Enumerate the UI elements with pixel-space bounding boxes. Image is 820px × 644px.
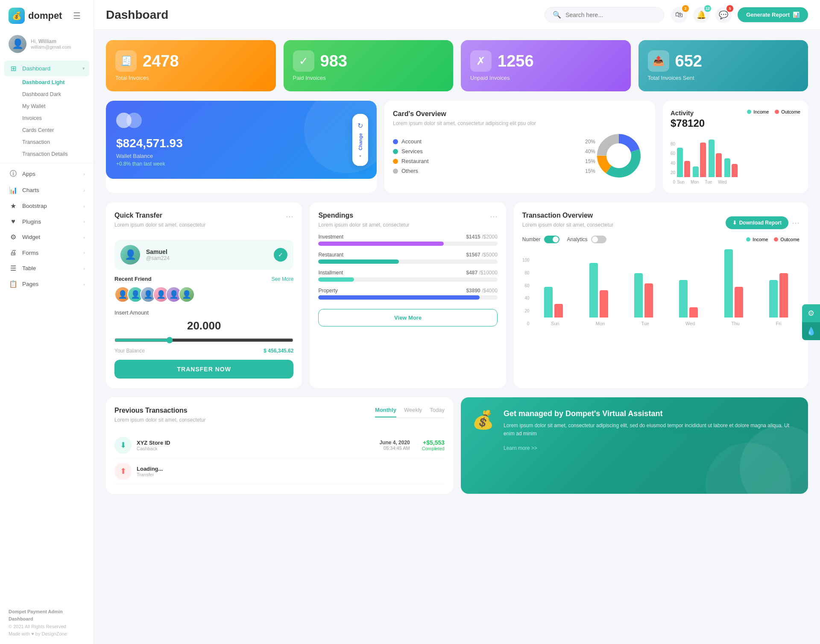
tx-outcome-dot — [774, 237, 778, 242]
total-sent-num: 652 — [675, 52, 702, 70]
sidebar-item-bootstrap[interactable]: ★ Bootstrap › — [0, 198, 94, 214]
footer-brand: Dompet Payment Admin Dashboard — [9, 608, 85, 623]
total-sent-icon: 📤 — [648, 50, 669, 72]
sidebar-item-widget[interactable]: ⚙ Widget › — [0, 229, 94, 245]
legend-account: Account 20% — [393, 138, 595, 145]
chevron-right-icon: › — [83, 204, 85, 209]
chevron-down-icon: ▾ — [82, 66, 85, 71]
transaction-overview-card: Transaction Overview Lorem ipsum dolor s… — [514, 202, 808, 388]
chat-btn[interactable]: 💬 5 — [715, 7, 732, 23]
prev-tx-title: Previous Transactions — [114, 407, 205, 414]
tx-x-labels: SunMonTueWedThuFri — [533, 321, 800, 326]
refresh-icon: ↻ — [357, 121, 363, 129]
prev-tx-header: Previous Transactions Lorem ipsum dolor … — [114, 407, 445, 429]
unpaid-invoices-num: 1256 — [498, 52, 534, 70]
sidebar-item-forms[interactable]: 🖨 Forms › — [0, 245, 94, 260]
bar-group-tue — [709, 140, 722, 177]
sidebar-logo-area: 💰 dompet ☰ — [0, 0, 94, 29]
hamburger-menu[interactable]: ☰ — [73, 11, 81, 21]
amount-slider[interactable] — [114, 337, 293, 344]
tx-info-2: Loading... Transfer — [137, 466, 445, 477]
income-bar-tue — [709, 140, 715, 177]
prev-tx-subtitle: Lorem ipsum dolor sit amet, consectetur — [114, 417, 205, 423]
generate-report-button[interactable]: Generate Report 📊 — [738, 7, 808, 22]
income-bar-wed — [724, 158, 730, 177]
pages-icon: 📋 — [9, 280, 18, 288]
toggle-number: Number — [522, 236, 559, 243]
quick-transfer-more-btn[interactable]: ⋯ — [286, 212, 293, 221]
tx-more-btn[interactable]: ⋯ — [792, 218, 800, 227]
sidebar-item-dashboard[interactable]: ⊞ Dashboard ▾ — [4, 61, 89, 76]
outcome-bar-tue — [716, 153, 722, 177]
sidebar-item-pages[interactable]: 📋 Pages › — [0, 276, 94, 292]
widget-icon: ⚙ — [9, 233, 18, 241]
outcome-bar-thu-tx — [735, 287, 743, 318]
transfer-now-button[interactable]: TRANSFER NOW — [114, 360, 293, 379]
bag-btn[interactable]: 🛍 2 — [671, 7, 687, 23]
charts-icon: 📊 — [9, 186, 18, 194]
tx-y-labels: 100806040200 — [522, 258, 530, 326]
search-input[interactable] — [565, 12, 651, 18]
va-description: Lorem ipsum dolor sit amet, consectetur … — [504, 422, 798, 438]
tab-monthly[interactable]: Monthly — [375, 407, 396, 417]
paid-invoices-icon: ✓ — [293, 50, 314, 72]
prev-tx-tabs: Monthly Weekly Today — [375, 407, 445, 418]
spendings-subtitle: Lorem ipsum dolor sit amet, consectetur — [318, 222, 409, 228]
unpaid-invoices-label: Unpaid Invoices — [470, 75, 621, 81]
analytics-toggle[interactable] — [591, 236, 606, 243]
float-settings-btn[interactable]: ⚙ — [802, 304, 820, 322]
sidebar-item-apps[interactable]: ⓘ Apps › — [0, 166, 94, 182]
nav-sub-my-wallet[interactable]: My Wallet — [0, 100, 94, 112]
nav-sub-invoices[interactable]: Invoices — [0, 112, 94, 124]
sidebar-item-plugins[interactable]: ♥ Plugins › — [0, 214, 94, 229]
app-name: dompet — [28, 10, 62, 21]
bell-btn[interactable]: 🔔 12 — [693, 7, 709, 23]
nav-sub-transaction-details[interactable]: Transaction Details — [0, 148, 94, 160]
sidebar-item-label: Charts — [22, 187, 39, 193]
transfer-user-avatar: 👤 — [120, 245, 140, 265]
spendings-more-btn[interactable]: ⋯ — [490, 212, 498, 221]
friends-avatars-row: 👤 👤 👤 👤 👤 👤 — [114, 286, 293, 303]
nav-sub-dashboard-dark[interactable]: Dashboard Dark — [0, 88, 94, 100]
number-toggle[interactable] — [544, 236, 559, 243]
progress-bg-investment — [318, 242, 497, 246]
bar-chart-icon: 📊 — [793, 12, 800, 18]
activity-chart-area: 806040200 — [671, 134, 800, 184]
spending-investment-amount: $1415 /$2000 — [466, 234, 497, 240]
tx-icon-circle-1: ⬇ — [114, 437, 132, 454]
total-invoices-num: 2478 — [143, 52, 179, 70]
tx-outcome-legend: Outcome — [774, 237, 800, 242]
sidebar-item-label: Bootstrap — [22, 203, 47, 209]
change-button[interactable]: ↻ Change ▾ — [352, 114, 368, 166]
spending-property: Property $3890 /$4000 — [318, 288, 497, 300]
sidebar-item-label: Forms — [22, 250, 38, 256]
sidebar-item-charts[interactable]: 📊 Charts › — [0, 182, 94, 198]
sidebar-footer: Dompet Payment Admin Dashboard © 2021 Al… — [0, 602, 94, 644]
nav-sub-transaction[interactable]: Transaction — [0, 136, 94, 148]
quick-transfer-header: Quick Transfer Lorem ipsum dolor sit ame… — [114, 212, 293, 234]
see-all-link[interactable]: See More — [271, 276, 293, 282]
download-report-button[interactable]: ⬇ Download Report — [726, 216, 788, 229]
tab-today[interactable]: Today — [430, 407, 445, 417]
va-icon: 💰 — [471, 409, 495, 430]
accessibility-icon: 💧 — [806, 326, 816, 336]
nav-sub-dashboard-light[interactable]: Dashboard Light — [0, 76, 94, 88]
va-learn-more-link[interactable]: Learn more >> — [504, 445, 537, 451]
legend-pct-others: 15% — [585, 168, 595, 174]
view-more-button[interactable]: View More — [318, 309, 497, 326]
legend-label-account: Account — [401, 138, 422, 145]
nav-sub-cards-center[interactable]: Cards Center — [0, 124, 94, 136]
activity-card: Activity $78120 Income Outcome — [663, 101, 808, 193]
user-email: william@gmail.com — [31, 44, 71, 50]
float-accessibility-btn[interactable]: 💧 — [802, 322, 820, 340]
mc-circle-right — [126, 113, 142, 128]
legend-label-services: Services — [401, 148, 423, 154]
total-sent-label: Total Invoices Sent — [648, 75, 799, 81]
bar-group-thu-tx — [713, 249, 754, 318]
balance-label: Your Balance — [114, 348, 145, 354]
sidebar-item-table[interactable]: ☰ Table › — [0, 260, 94, 276]
table-row: ⬆ Loading... Transfer — [114, 458, 445, 484]
download-icon: ⬇ — [732, 220, 737, 226]
cards-overview-card: Card's Overview Lorem ipsum dolor sit am… — [384, 101, 655, 193]
tab-weekly[interactable]: Weekly — [404, 407, 422, 417]
